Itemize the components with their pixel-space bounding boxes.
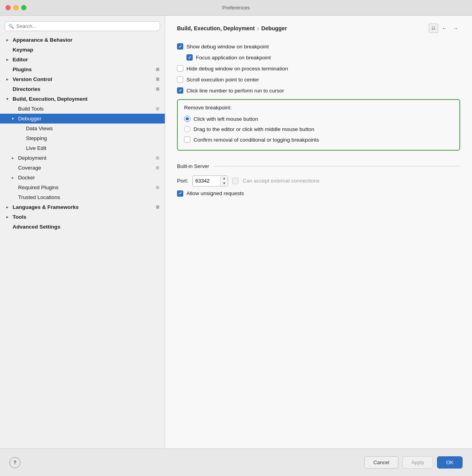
sidebar-badge-icon: ⊞	[156, 205, 159, 210]
radio-click-left-row: Click with left mouse button	[184, 114, 453, 124]
apply-button[interactable]: Apply	[402, 456, 433, 469]
sidebar-item-debugger[interactable]: ▾Debugger	[0, 114, 165, 124]
sidebar-item-advanced-settings[interactable]: Advanced Settings	[0, 222, 165, 232]
allow-unsigned-row: Allow unsigned requests	[177, 188, 460, 199]
show-debug-window-checkbox[interactable]	[177, 43, 183, 50]
show-debug-window-label: Show debug window on breakpoint	[186, 44, 269, 50]
sidebar-item-build-execution[interactable]: ▾Build, Execution, Deployment	[0, 94, 165, 104]
search-input[interactable]	[16, 23, 157, 29]
port-input-wrap: ▲ ▼	[192, 175, 229, 186]
chevron-icon: ▸	[12, 156, 17, 160]
sidebar-item-label: Coverage	[18, 165, 41, 171]
confirm-removal-checkbox[interactable]	[184, 137, 190, 143]
sidebar-badge-icon: ⊞	[156, 155, 159, 161]
scroll-execution-checkbox[interactable]	[177, 76, 183, 83]
sidebar-badge-icon: ⊞	[156, 185, 159, 190]
chevron-icon: ▸	[6, 38, 11, 42]
sidebar-item-keymap[interactable]: Keymap	[0, 45, 165, 55]
radio-click-left[interactable]	[184, 116, 190, 122]
show-debug-window-row: Show debug window on breakpoint	[177, 41, 460, 52]
search-icon: 🔍	[8, 24, 14, 29]
sidebar-item-tools[interactable]: ▸Tools	[0, 212, 165, 222]
sidebar-item-directories[interactable]: Directories⊞	[0, 84, 165, 94]
chevron-icon: ▸	[12, 175, 17, 180]
sidebar-item-required-plugins[interactable]: Required Plugins⊞	[0, 183, 165, 192]
sidebar-item-label: Version Control	[13, 76, 52, 82]
focus-application-row: Focus application on breakpoint	[177, 52, 460, 63]
sidebar-item-label: Live Edit	[26, 145, 46, 151]
can-accept-checkbox	[232, 178, 238, 184]
port-decrement-button[interactable]: ▼	[221, 181, 228, 186]
sidebar-item-label: Appearance & Behavior	[13, 37, 72, 43]
sidebar-item-stepping[interactable]: Stepping	[0, 133, 165, 143]
breadcrumb-menu-button[interactable]: ☷	[429, 24, 438, 33]
sidebar-item-trusted-locations[interactable]: Trusted Locations	[0, 192, 165, 202]
sidebar-item-label: Required Plugins	[18, 184, 59, 190]
sidebar-item-docker[interactable]: ▸Docker	[0, 173, 165, 183]
chevron-icon: ▸	[6, 215, 11, 219]
breadcrumb-back-button[interactable]: ←	[440, 24, 449, 33]
click-line-number-row: Click line number to perform run to curs…	[177, 85, 460, 96]
chevron-icon: ▾	[6, 97, 11, 101]
separator-line	[213, 166, 460, 166]
help-button[interactable]: ?	[9, 457, 20, 468]
remove-breakpoint-title: Remove breakpoint:	[184, 105, 453, 111]
title-bar: Preferences	[0, 0, 472, 16]
chevron-icon: ▸	[6, 77, 11, 81]
sidebar-item-languages-frameworks[interactable]: ▸Languages & Frameworks⊞	[0, 202, 165, 212]
breadcrumb-current: Debugger	[261, 25, 287, 31]
sidebar-badge-icon: ⊞	[156, 67, 159, 72]
sidebar-badge-icon: ⊞	[156, 77, 159, 82]
built-in-server-separator: Built-in Server	[177, 163, 460, 169]
sidebar-item-label: Stepping	[26, 135, 47, 141]
sidebar-item-label: Advanced Settings	[13, 224, 61, 230]
sidebar-item-label: Trusted Locations	[18, 194, 60, 200]
sidebar-item-appearance[interactable]: ▸Appearance & Behavior	[0, 35, 165, 45]
focus-application-checkbox[interactable]	[186, 54, 193, 61]
breadcrumb-forward-button[interactable]: →	[451, 24, 460, 33]
click-line-number-checkbox[interactable]	[177, 87, 183, 94]
sidebar-item-label: Build, Execution, Deployment	[13, 96, 88, 102]
can-accept-label: Can accept external connections	[242, 178, 319, 184]
nav-list: ▸Appearance & BehaviorKeymap▸EditorPlugi…	[0, 35, 165, 232]
close-button[interactable]	[6, 5, 11, 10]
ok-button[interactable]: OK	[437, 456, 463, 469]
hide-debug-window-checkbox[interactable]	[177, 65, 183, 72]
sidebar-item-live-edit[interactable]: Live Edit	[0, 143, 165, 153]
radio-drag-editor[interactable]	[184, 126, 190, 132]
sidebar-item-label: Languages & Frameworks	[13, 204, 79, 210]
click-line-number-label: Click line number to perform run to curs…	[186, 88, 284, 94]
built-in-server-label: Built-in Server	[177, 163, 209, 169]
sidebar-item-plugins[interactable]: Plugins⊞	[0, 65, 165, 74]
port-steppers: ▲ ▼	[220, 176, 228, 186]
sidebar-item-version-control[interactable]: ▸Version Control⊞	[0, 74, 165, 84]
sidebar-item-data-views[interactable]: Data Views	[0, 124, 165, 133]
minimize-button[interactable]	[13, 5, 18, 10]
sidebar-item-label: Deployment	[18, 155, 46, 161]
sidebar-item-build-tools[interactable]: Build Tools⊞	[0, 104, 165, 114]
breadcrumb-actions: ☷ ← →	[429, 24, 460, 33]
breadcrumb: Build, Execution, Deployment › Debugger …	[177, 24, 460, 33]
radio-click-left-label: Click with left mouse button	[194, 116, 258, 122]
port-increment-button[interactable]: ▲	[221, 176, 228, 181]
allow-unsigned-checkbox[interactable]	[177, 190, 183, 197]
sidebar-badge-icon: ⊞	[156, 87, 159, 92]
content-panel: Build, Execution, Deployment › Debugger …	[165, 16, 472, 448]
port-input[interactable]	[193, 177, 220, 185]
hide-debug-window-label: Hide debug window on process termination	[186, 66, 288, 72]
search-box[interactable]: 🔍	[5, 21, 160, 31]
sidebar-item-label: Data Views	[26, 125, 53, 131]
sidebar-item-editor[interactable]: ▸Editor	[0, 55, 165, 65]
bottom-bar: ? Cancel Apply OK	[0, 448, 472, 476]
sidebar-item-label: Directories	[13, 86, 41, 92]
remove-breakpoint-box: Remove breakpoint: Click with left mouse…	[177, 99, 460, 151]
cancel-button[interactable]: Cancel	[364, 456, 398, 469]
sidebar-item-label: Tools	[13, 214, 26, 220]
traffic-lights	[6, 5, 26, 10]
sidebar-item-deployment[interactable]: ▸Deployment⊞	[0, 153, 165, 163]
sidebar-badge-icon: ⊞	[156, 106, 159, 111]
sidebar-item-coverage[interactable]: Coverage⊞	[0, 163, 165, 173]
scroll-execution-row: Scroll execution point to center	[177, 74, 460, 85]
sidebar-item-label: Build Tools	[18, 106, 44, 112]
maximize-button[interactable]	[21, 5, 26, 10]
